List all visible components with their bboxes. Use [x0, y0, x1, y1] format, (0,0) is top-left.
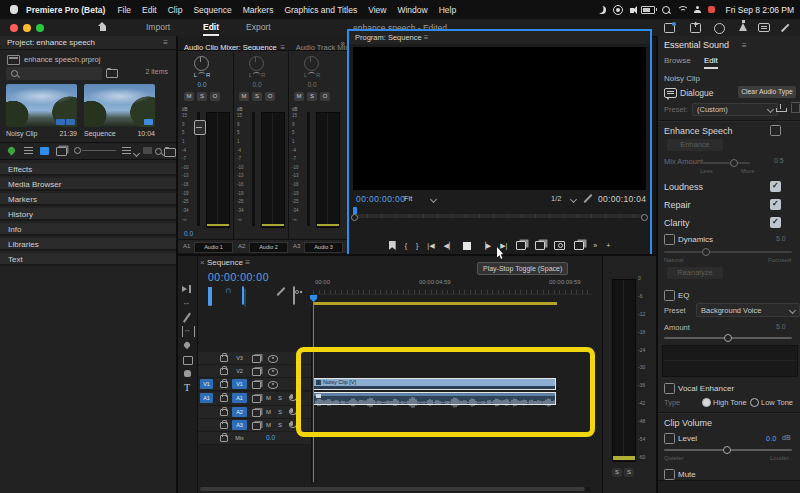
- voiceover-mic-icon[interactable]: [290, 408, 293, 413]
- voiceover-mic-icon[interactable]: [290, 394, 293, 399]
- progress-circle-icon[interactable]: [714, 23, 725, 34]
- track-header-a1[interactable]: A1 A1 M S: [198, 392, 311, 406]
- step-forward-icon[interactable]: ▕▶: [480, 242, 491, 250]
- program-scrubber[interactable]: [353, 214, 646, 218]
- tab-edit[interactable]: Edit: [704, 56, 718, 69]
- mute-track-button[interactable]: M: [266, 392, 271, 404]
- clip-thumbnail-sequence[interactable]: [84, 84, 155, 127]
- pan-knob[interactable]: [249, 56, 264, 71]
- extract-icon[interactable]: [535, 241, 545, 250]
- keyframe-button[interactable]: O: [265, 92, 275, 101]
- volume-icon[interactable]: [630, 8, 634, 13]
- close-icon[interactable]: ×: [200, 258, 205, 267]
- level-slider[interactable]: [664, 449, 792, 451]
- record-indicator-icon[interactable]: [708, 6, 715, 13]
- menubar-item[interactable]: Markers: [243, 5, 274, 15]
- high-tone-radio[interactable]: [702, 398, 711, 407]
- playback-resolution-select[interactable]: 1/2: [551, 194, 561, 203]
- menubar-clock[interactable]: Fri Sep 8 2:06 PM: [725, 5, 794, 15]
- solo-track-button[interactable]: S: [278, 406, 282, 418]
- track-enable[interactable]: V1: [232, 379, 247, 389]
- sync-lock-icon[interactable]: [252, 355, 261, 363]
- panel-menu-icon[interactable]: ≡: [245, 258, 250, 267]
- repair-checkbox[interactable]: [770, 199, 781, 210]
- mix-amount-slider[interactable]: [700, 162, 750, 164]
- solo-button[interactable]: S: [252, 92, 262, 101]
- tab-audio-clip-mixer[interactable]: Audio Clip Mixer: Sequence: [178, 41, 281, 51]
- pen-tool[interactable]: [182, 340, 193, 351]
- panel-tab[interactable]: Markers: [0, 193, 176, 206]
- quick-export-icon[interactable]: [664, 23, 675, 33]
- menubar-item[interactable]: Edit: [142, 5, 157, 15]
- bin-icon[interactable]: [7, 55, 20, 65]
- search-input[interactable]: [6, 67, 102, 80]
- eq-checkbox[interactable]: [664, 290, 675, 301]
- slip-tool[interactable]: [182, 326, 195, 337]
- go-to-out-icon[interactable]: ▶|: [500, 242, 507, 250]
- mute-track-button[interactable]: M: [266, 419, 271, 431]
- list-view-icon[interactable]: [24, 147, 33, 155]
- panel-tab[interactable]: Effects: [0, 163, 176, 176]
- track-header-v2[interactable]: V2: [198, 365, 311, 378]
- mark-out-icon[interactable]: }: [416, 242, 418, 249]
- beta-beaker-icon[interactable]: [739, 23, 747, 31]
- pan-value[interactable]: 0.0: [235, 81, 279, 88]
- reanalyze-button[interactable]: Reanalyze: [667, 267, 723, 279]
- volume-fader[interactable]: [307, 112, 310, 226]
- ripple-edit-tool[interactable]: [182, 298, 193, 309]
- tab-audio-track-mixer[interactable]: Audio Track Mixer: Seque: [290, 41, 347, 51]
- mute-button[interactable]: M: [294, 92, 304, 101]
- lock-icon[interactable]: [220, 368, 228, 375]
- timeline-ruler[interactable]: 00:00 00:00:04:59 00:00:09:59: [313, 278, 593, 295]
- mute-button[interactable]: M: [239, 92, 249, 101]
- solo-track-button[interactable]: S: [278, 419, 282, 431]
- panel-tab[interactable]: History: [0, 208, 176, 221]
- track-header-v3[interactable]: V3: [198, 352, 311, 365]
- overflow-icon[interactable]: »: [341, 39, 345, 48]
- track-enable[interactable]: V3: [232, 353, 247, 363]
- clip-thumbnail-noisy[interactable]: [6, 84, 77, 127]
- export-frame-icon[interactable]: [554, 241, 565, 250]
- workspace-arrow-icon[interactable]: [780, 23, 789, 32]
- solo-track-button[interactable]: S: [278, 392, 282, 404]
- comparison-view-icon[interactable]: [574, 241, 584, 250]
- lock-icon[interactable]: [220, 381, 228, 388]
- clear-audio-type-button[interactable]: Clear Audio Type: [738, 86, 796, 98]
- timeline-hscrollbar[interactable]: [200, 487, 590, 491]
- zoom-slider-knob[interactable]: [74, 147, 81, 154]
- eye-icon[interactable]: [268, 368, 278, 376]
- timeline-settings-icon[interactable]: [276, 287, 285, 296]
- menubar-item[interactable]: Graphics and Titles: [284, 5, 357, 15]
- timeline-timecode[interactable]: 00:00:00:00: [208, 271, 269, 283]
- feedback-bubble-icon[interactable]: [758, 23, 770, 32]
- solo-button[interactable]: S: [197, 92, 207, 101]
- track-header-a2[interactable]: A2 M S: [198, 406, 311, 419]
- track-enable[interactable]: A3: [232, 420, 247, 430]
- track-name[interactable]: Audio 2: [249, 242, 288, 253]
- vocal-enhancer-checkbox[interactable]: [664, 383, 675, 394]
- sync-lock-icon[interactable]: [252, 409, 261, 417]
- snap-icon[interactable]: [208, 287, 212, 306]
- lock-icon[interactable]: [220, 395, 228, 402]
- pan-value[interactable]: 0.0: [290, 81, 334, 88]
- menubar-item[interactable]: Help: [439, 5, 456, 15]
- go-to-in-icon[interactable]: |◀: [427, 242, 434, 250]
- loudness-checkbox[interactable]: [770, 181, 781, 192]
- mute-checkbox[interactable]: [664, 469, 675, 480]
- mix-volume-value[interactable]: 0.0: [266, 434, 275, 441]
- share-icon[interactable]: [690, 23, 701, 33]
- track-name[interactable]: Audio 3: [304, 242, 343, 253]
- new-folder-icon[interactable]: [164, 148, 176, 157]
- lock-icon[interactable]: [220, 422, 228, 429]
- solo-right-button[interactable]: S: [624, 468, 634, 477]
- volume-fader[interactable]: [252, 112, 255, 226]
- wifi-icon[interactable]: [677, 6, 687, 14]
- clip-name[interactable]: Noisy Clip: [6, 130, 38, 137]
- panel-menu-icon[interactable]: ≡: [742, 41, 747, 50]
- project-panel-header[interactable]: Project: enhance speech≡: [0, 36, 176, 50]
- eq-amount-slider[interactable]: [664, 337, 792, 339]
- step-back-icon[interactable]: ◀▏: [444, 242, 455, 250]
- new-bin-icon[interactable]: [106, 69, 118, 78]
- low-tone-radio[interactable]: [750, 398, 759, 407]
- enhance-speech-checkbox[interactable]: [770, 125, 781, 136]
